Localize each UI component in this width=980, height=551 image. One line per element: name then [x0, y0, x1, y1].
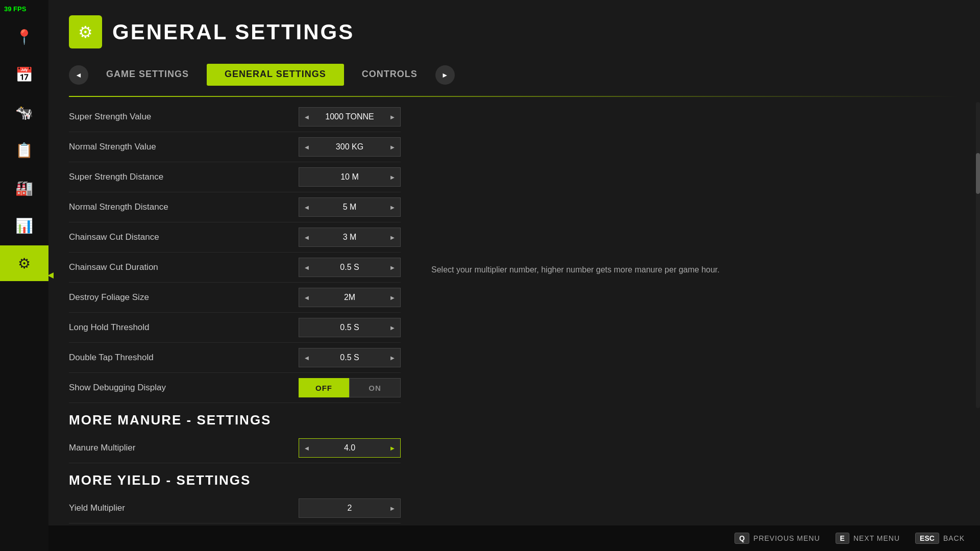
ctrl-left-arrow[interactable]: ◄ — [299, 258, 314, 277]
setting-label: Chainsaw Cut Distance — [69, 232, 299, 242]
ctrl-value: 2 — [314, 504, 385, 513]
ctrl-right-arrow[interactable]: ► — [385, 228, 400, 247]
scrollbar[interactable] — [976, 102, 980, 408]
setting-label: Manure Multiplier — [69, 443, 299, 453]
ctrl-right-arrow[interactable]: ► — [385, 258, 400, 277]
ctrl-value: 1000 TONNE — [314, 112, 385, 121]
factory-icon: 🏭 — [15, 180, 33, 196]
bottom-bar: Q PREVIOUS MENU E NEXT MENU ESC BACK — [0, 525, 980, 551]
setting-control-chainsaw-cut-duration: ◄ 0.5 S ► — [299, 258, 401, 277]
page-title: GENERAL SETTINGS — [112, 20, 354, 44]
setting-label: Normal Strength Value — [69, 142, 299, 152]
ctrl-left-arrow[interactable]: ◄ — [299, 107, 314, 127]
ctrl-right-arrow[interactable]: ► — [385, 107, 400, 127]
ctrl-left-arrow[interactable]: ◄ — [299, 348, 314, 367]
section-header-more-yield: MORE YIELD - SETTINGS — [69, 463, 401, 493]
setting-row-super-strength-value: Super Strength Value ◄ 1000 TONNE ► — [69, 102, 401, 132]
setting-label: Destroy Foliage Size — [69, 292, 299, 303]
ctrl-left-arrow[interactable]: ◄ — [299, 438, 314, 458]
sidebar-item-map[interactable]: 📍 — [4, 19, 45, 55]
ctrl-right-arrow[interactable]: ► — [385, 438, 400, 458]
setting-row-chainsaw-cut-duration: Chainsaw Cut Duration ◄ 0.5 S ► — [69, 253, 401, 283]
setting-label: Normal Strength Distance — [69, 202, 299, 212]
action-label-next-menu: NEXT MENU — [853, 534, 900, 542]
key-e[interactable]: E — [836, 533, 849, 544]
setting-label: Super Strength Distance — [69, 172, 299, 182]
action-label-back: BACK — [943, 534, 965, 542]
ctrl-right-arrow[interactable]: ► — [385, 137, 400, 157]
setting-control-long-hold-threshold: ◄ 0.5 S ► — [299, 318, 401, 337]
tasks-icon: 📋 — [15, 142, 33, 159]
section-header-more-manure: MORE MANURE - SETTINGS — [69, 403, 401, 433]
ctrl-right-arrow[interactable]: ► — [385, 197, 400, 217]
map-icon: 📍 — [15, 29, 33, 45]
nav-next-arrow[interactable]: ► — [435, 65, 455, 85]
ctrl-right-arrow[interactable]: ► — [385, 167, 400, 187]
setting-row-manure-multiplier: Manure Multiplier ◄ 4.0 ► — [69, 433, 401, 463]
ctrl-value: 10 M — [314, 172, 385, 182]
calendar-icon: 📅 — [15, 66, 33, 83]
nav-tabs: ◄ GAME SETTINGS GENERAL SETTINGS CONTROL… — [69, 64, 960, 86]
info-text: Select your multiplier number, higher nu… — [431, 265, 949, 274]
setting-label: Long Hold Threshold — [69, 322, 299, 333]
ctrl-left-arrow[interactable]: ◄ — [299, 228, 314, 247]
setting-label: Double Tap Threshold — [69, 353, 299, 363]
tab-controls[interactable]: CONTROLS — [344, 64, 435, 86]
ctrl-value: 0.5 S — [314, 353, 385, 362]
sidebar-item-settings[interactable]: ⚙ — [0, 245, 48, 281]
settings-list: Super Strength Value ◄ 1000 TONNE ► Norm… — [69, 102, 406, 551]
setting-row-show-debugging-display: Show Debugging Display OFF ON — [69, 373, 401, 403]
ctrl-value: 4.0 — [314, 443, 385, 453]
setting-label: Super Strength Value — [69, 112, 299, 122]
setting-label: Chainsaw Cut Duration — [69, 262, 299, 272]
setting-control-super-strength-distance: ◄ 10 M ► — [299, 167, 401, 187]
ctrl-value: 0.5 S — [314, 323, 385, 332]
tab-game-settings[interactable]: GAME SETTINGS — [88, 64, 207, 86]
setting-row-normal-strength-value: Normal Strength Value ◄ 300 KG ► — [69, 132, 401, 162]
sidebar-item-animals[interactable]: 🐄 — [4, 94, 45, 130]
setting-control-normal-strength-value: ◄ 300 KG ► — [299, 137, 401, 157]
setting-control-manure-multiplier: ◄ 4.0 ► — [299, 438, 401, 458]
prev-arrow-icon: ◄ — [75, 71, 82, 79]
ctrl-left-arrow[interactable]: ◄ — [299, 197, 314, 217]
toggle-off-button[interactable]: OFF — [299, 378, 349, 397]
setting-row-destroy-foliage-size: Destroy Foliage Size ◄ 2M ► — [69, 283, 401, 313]
tab-general-settings[interactable]: GENERAL SETTINGS — [207, 64, 344, 86]
bottom-action-next-menu: E NEXT MENU — [836, 533, 900, 544]
key-q[interactable]: Q — [734, 533, 749, 544]
animals-icon: 🐄 — [15, 104, 33, 121]
setting-label: Show Debugging Display — [69, 383, 299, 393]
sidebar-item-factory[interactable]: 🏭 — [4, 170, 45, 206]
key-esc[interactable]: ESC — [915, 533, 939, 544]
bottom-action-prev-menu: Q PREVIOUS MENU — [734, 533, 820, 544]
sidebar-item-stats[interactable]: 📊 — [4, 208, 45, 243]
sidebar-item-tasks[interactable]: 📋 — [4, 132, 45, 168]
ctrl-right-arrow[interactable]: ► — [385, 288, 400, 307]
setting-row-yield-multiplier: Yield Multiplier ◄ 2 ► — [69, 493, 401, 523]
page-header: ⚙ GENERAL SETTINGS — [69, 15, 960, 48]
fps-counter: 39 FPS — [0, 5, 26, 13]
settings-icon: ⚙ — [18, 255, 31, 272]
ctrl-right-arrow[interactable]: ► — [385, 318, 400, 337]
setting-row-normal-strength-distance: Normal Strength Distance ◄ 5 M ► — [69, 192, 401, 222]
sidebar-item-calendar[interactable]: 📅 — [4, 57, 45, 92]
ctrl-value: 3 M — [314, 233, 385, 242]
separator — [69, 96, 960, 97]
toggle-on-button[interactable]: ON — [349, 378, 401, 397]
setting-row-chainsaw-cut-distance: Chainsaw Cut Distance ◄ 3 M ► — [69, 222, 401, 253]
info-panel: Select your multiplier number, higher nu… — [421, 102, 960, 551]
ctrl-left-arrow[interactable]: ◄ — [299, 137, 314, 157]
scrollbar-thumb[interactable] — [976, 153, 980, 194]
ctrl-right-arrow[interactable]: ► — [385, 498, 400, 518]
ctrl-value: 2M — [314, 293, 385, 302]
header-icon: ⚙ — [69, 15, 102, 48]
stats-icon: 📊 — [15, 217, 33, 234]
ctrl-left-arrow[interactable]: ◄ — [299, 288, 314, 307]
gear-icon: ⚙ — [78, 22, 93, 42]
ctrl-right-arrow[interactable]: ► — [385, 348, 400, 367]
setting-control-chainsaw-cut-distance: ◄ 3 M ► — [299, 228, 401, 247]
setting-control-yield-multiplier: ◄ 2 ► — [299, 498, 401, 518]
ctrl-value: 300 KG — [314, 142, 385, 152]
sidebar: 39 FPS 📍 📅 🐄 📋 🏭 📊 ⚙ — [0, 0, 48, 551]
nav-prev-arrow[interactable]: ◄ — [69, 65, 88, 85]
